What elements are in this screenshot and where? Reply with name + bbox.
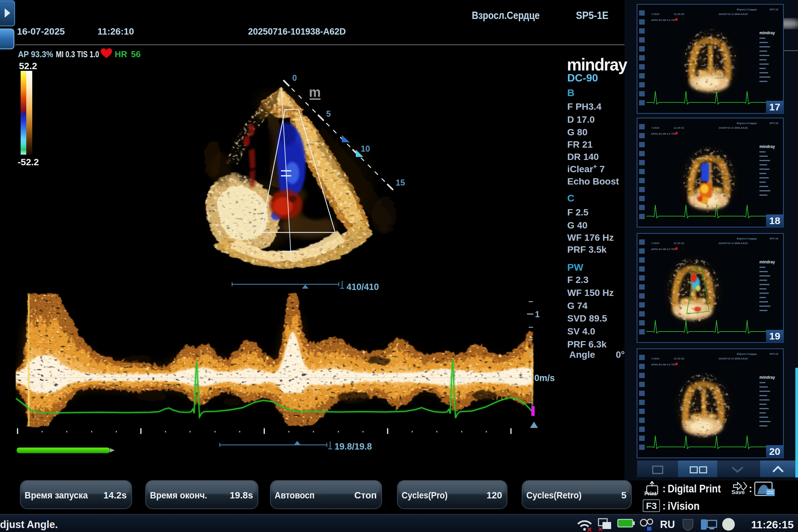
svg-text::: : [662, 483, 666, 494]
svg-text:Взросл.Сердце: Взросл.Сердце [472, 10, 540, 21]
svg-text:RU: RU [660, 519, 675, 530]
svg-text:Автовосп: Автовосп [274, 490, 315, 500]
svg-text:52.2: 52.2 [19, 61, 37, 71]
svg-text:B: B [567, 87, 574, 98]
svg-text:Время запуска: Время запуска [25, 490, 88, 500]
svg-text:F 2.5: F 2.5 [567, 207, 589, 217]
svg-text:F PH3.4: F PH3.4 [567, 101, 602, 112]
svg-text:7-2024: 7-2024 [651, 357, 659, 360]
svg-text:G 80: G 80 [567, 127, 588, 137]
svg-text:20240716 11 M08.AA2D: 20240716 11 M08.AA2D [719, 242, 748, 245]
svg-text:20240716 11 M08.AA2D: 20240716 11 M08.AA2D [719, 13, 748, 16]
svg-text:Взросл.Сердце: Взросл.Сердце [737, 353, 757, 356]
svg-text:SP5 1E: SP5 1E [770, 122, 779, 125]
svg-text:G 74: G 74 [567, 301, 588, 311]
svg-text:AP 93.3%: AP 93.3% [18, 49, 53, 59]
svg-text:SP5 1E: SP5 1E [770, 353, 779, 356]
svg-text:7-2024: 7-2024 [651, 242, 659, 245]
svg-text:AP93.3% MI 0.3 TIS: AP93.3% MI 0.3 TIS [651, 132, 676, 135]
svg-text:mindray: mindray [759, 31, 775, 35]
svg-text:17: 17 [769, 101, 780, 112]
svg-text:PRF 6.3k: PRF 6.3k [567, 339, 607, 349]
svg-text:djust Angle.: djust Angle. [0, 519, 58, 530]
svg-text:Время оконч.: Время оконч. [150, 490, 207, 500]
svg-text:7-2024: 7-2024 [651, 13, 659, 16]
svg-text:11:26:10: 11:26:10 [97, 26, 134, 37]
svg-text:G 40: G 40 [567, 220, 588, 230]
svg-text::: : [662, 500, 666, 512]
svg-text:Взросл.Сердце: Взросл.Сердце [737, 237, 757, 240]
svg-text:19.8s: 19.8s [230, 490, 253, 500]
svg-text:WF 176 Hz: WF 176 Hz [567, 232, 614, 243]
svg-text:410/410: 410/410 [346, 282, 379, 292]
svg-text:F 2.3: F 2.3 [567, 274, 589, 285]
svg-text:0m/s: 0m/s [534, 373, 555, 383]
svg-text:AP93.3% MI 0.3 TIS: AP93.3% MI 0.3 TIS [651, 363, 676, 366]
svg-text:AP93.3% MI 0.3 TIS: AP93.3% MI 0.3 TIS [651, 19, 676, 22]
svg-text:D 17.0: D 17.0 [567, 114, 595, 125]
svg-text:Print: Print [644, 491, 657, 496]
svg-text:11:20:31: 11:20:31 [673, 126, 684, 129]
svg-text:0: 0 [292, 73, 297, 82]
svg-text:F3: F3 [646, 501, 657, 511]
svg-text:20250716-101938-A62D: 20250716-101938-A62D [248, 26, 346, 37]
svg-text:PW: PW [567, 262, 584, 273]
svg-text:iVision: iVision [668, 499, 700, 512]
svg-text:SV 4.0: SV 4.0 [567, 326, 595, 337]
svg-text:DR 140: DR 140 [567, 152, 599, 162]
svg-text:Angle: Angle [569, 349, 595, 360]
svg-text:✕: ✕ [587, 526, 592, 532]
svg-text:15: 15 [396, 178, 405, 187]
svg-text:1: 1 [535, 309, 540, 319]
svg-text:Взросл.Сердце: Взросл.Сердце [737, 122, 757, 125]
svg-text:mindray: mindray [759, 144, 775, 149]
svg-text:C: C [567, 192, 574, 204]
svg-text:Echo Boost: Echo Boost [567, 176, 619, 187]
svg-text:SVD 89.5: SVD 89.5 [567, 313, 607, 324]
svg-text:18: 18 [769, 215, 780, 226]
svg-text:19: 19 [769, 330, 780, 341]
svg-text:Взросл.Сердце: Взросл.Сердце [737, 8, 757, 11]
svg-text:0°: 0° [616, 349, 625, 360]
svg-text:16-07-2025: 16-07-2025 [17, 26, 65, 37]
svg-text:DC-90: DC-90 [567, 72, 598, 84]
svg-text:PRF 3.5k: PRF 3.5k [567, 244, 607, 255]
svg-text:FR 21: FR 21 [567, 139, 592, 150]
svg-text:mindray: mindray [567, 55, 627, 74]
svg-text:Стоп: Стоп [354, 490, 377, 500]
svg-text:SP5-1E: SP5-1E [576, 10, 608, 21]
svg-text:11:20:30: 11:20:30 [673, 13, 684, 16]
svg-text:Cycles(Pro): Cycles(Pro) [402, 490, 448, 500]
svg-text:AP93.3% MI 0.3 TIS: AP93.3% MI 0.3 TIS [651, 248, 676, 251]
svg-text:5: 5 [326, 109, 331, 118]
svg-text:mindray: mindray [759, 375, 775, 380]
svg-text:✕: ✕ [598, 526, 603, 532]
svg-text:Digital Print: Digital Print [668, 482, 721, 495]
svg-text:Cycles(Retro): Cycles(Retro) [526, 490, 582, 500]
svg-text:20240716 11 M08.AA2D: 20240716 11 M08.AA2D [719, 357, 748, 360]
svg-text:m: m [309, 85, 321, 99]
svg-text:11:26:15: 11:26:15 [751, 519, 794, 531]
svg-text:20240716 11 M08.AA2D: 20240716 11 M08.AA2D [719, 126, 748, 129]
svg-text:10: 10 [361, 144, 370, 153]
svg-text:19.8/19.8: 19.8/19.8 [335, 441, 372, 452]
svg-text:SP5 1E: SP5 1E [770, 237, 779, 240]
svg-text:5: 5 [621, 490, 626, 500]
svg-text:11:20:33: 11:20:33 [673, 357, 684, 360]
svg-text:Save: Save [732, 489, 745, 495]
svg-text:MI 0.3 TIS 1.0: MI 0.3 TIS 1.0 [56, 49, 99, 59]
svg-text:56: 56 [131, 49, 141, 59]
svg-text:SP5 1E: SP5 1E [770, 8, 779, 11]
svg-text:WF 150 Hz: WF 150 Hz [567, 288, 614, 298]
svg-text:iClear+ 7: iClear+ 7 [567, 163, 605, 174]
svg-text:7-2024: 7-2024 [651, 126, 659, 129]
svg-text:20: 20 [769, 446, 780, 457]
svg-text:120: 120 [487, 490, 502, 500]
svg-text:14.2s: 14.2s [103, 490, 127, 500]
svg-text:-52.2: -52.2 [18, 157, 39, 167]
svg-text:mindray: mindray [759, 260, 775, 264]
svg-text::: : [749, 483, 752, 494]
svg-text:HR: HR [115, 49, 127, 59]
svg-text:11:20:32: 11:20:32 [673, 242, 684, 245]
